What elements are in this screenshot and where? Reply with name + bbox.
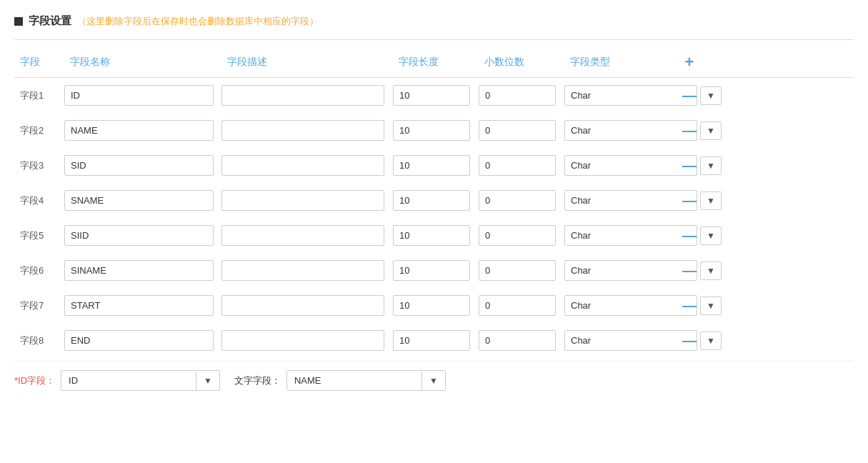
row-length-input-1[interactable] — [393, 85, 470, 106]
remove-row-button-3[interactable]: — — [672, 157, 707, 174]
table-header: 字段 字段名称 字段描述 字段长度 小数位数 字段类型 + — [14, 47, 854, 78]
table-row: 字段8 ▼ — — [14, 323, 854, 358]
remove-row-button-6[interactable]: — — [672, 262, 707, 279]
remove-row-button-5[interactable]: — — [672, 227, 707, 244]
row-decimal-input-2[interactable] — [479, 120, 556, 141]
table-row: 字段4 ▼ — — [14, 183, 854, 218]
row-decimal-cell-3 — [479, 155, 564, 176]
row-label-5: 字段5 — [14, 229, 64, 242]
row-type-cell-5: ▼ — [564, 225, 672, 246]
table-row: 字段5 ▼ — — [14, 218, 854, 253]
col-length: 字段长度 — [393, 56, 479, 69]
row-name-input-4[interactable] — [64, 190, 214, 211]
row-length-input-3[interactable] — [393, 155, 470, 176]
section-title: 字段设置 — [29, 14, 71, 28]
row-desc-cell-3 — [221, 155, 393, 176]
row-desc-cell-1 — [221, 85, 393, 106]
row-length-cell-3 — [393, 155, 479, 176]
row-length-input-8[interactable] — [393, 330, 470, 351]
text-field-label: 文字字段： — [234, 374, 281, 387]
row-decimal-input-3[interactable] — [479, 155, 556, 176]
row-desc-input-1[interactable] — [221, 85, 384, 106]
row-type-cell-8: ▼ — [564, 330, 672, 351]
row-decimal-input-6[interactable] — [479, 260, 556, 281]
row-label-3: 字段3 — [14, 159, 64, 172]
row-desc-input-2[interactable] — [221, 120, 384, 141]
remove-row-button-2[interactable]: — — [672, 122, 707, 139]
row-length-input-7[interactable] — [393, 295, 470, 316]
row-desc-input-4[interactable] — [221, 190, 384, 211]
row-decimal-cell-2 — [479, 120, 564, 141]
text-field-group: 文字字段： ▼ — [234, 370, 446, 391]
row-name-input-6[interactable] — [64, 260, 214, 281]
row-length-cell-2 — [393, 120, 479, 141]
row-decimal-cell-5 — [479, 225, 564, 246]
row-label-2: 字段2 — [14, 124, 64, 137]
remove-row-button-8[interactable]: — — [672, 332, 707, 349]
plus-icon[interactable]: + — [685, 53, 694, 71]
row-desc-cell-8 — [221, 330, 393, 351]
id-field-dropdown-btn[interactable]: ▼ — [196, 372, 219, 390]
id-field-select-wrapper: ▼ — [61, 370, 220, 391]
row-decimal-input-7[interactable] — [479, 295, 556, 316]
row-desc-input-3[interactable] — [221, 155, 384, 176]
row-decimal-input-4[interactable] — [479, 190, 556, 211]
field-settings-table: 字段 字段名称 字段描述 字段长度 小数位数 字段类型 + 字段1 ▼ — — [14, 47, 854, 391]
row-decimal-cell-7 — [479, 295, 564, 316]
table-row: 字段2 ▼ — — [14, 113, 854, 148]
row-length-input-2[interactable] — [393, 120, 470, 141]
row-length-input-6[interactable] — [393, 260, 470, 281]
remove-row-button-4[interactable]: — — [672, 192, 707, 209]
remove-row-button-7[interactable]: — — [672, 297, 707, 314]
row-name-cell-4 — [64, 190, 221, 211]
id-field-input[interactable] — [61, 371, 196, 390]
row-type-cell-4: ▼ — [564, 190, 672, 211]
row-desc-input-6[interactable] — [221, 260, 384, 281]
row-length-cell-4 — [393, 190, 479, 211]
row-type-cell-6: ▼ — [564, 260, 672, 281]
row-desc-input-8[interactable] — [221, 330, 384, 351]
row-decimal-input-8[interactable] — [479, 330, 556, 351]
row-name-cell-8 — [64, 330, 221, 351]
row-decimal-input-1[interactable] — [479, 85, 556, 106]
id-field-group: *ID字段： ▼ — [14, 370, 220, 391]
row-name-input-1[interactable] — [64, 85, 214, 106]
row-length-cell-1 — [393, 85, 479, 106]
row-length-input-4[interactable] — [393, 190, 470, 211]
text-field-dropdown-btn[interactable]: ▼ — [421, 372, 445, 390]
table-row: 字段7 ▼ — — [14, 288, 854, 323]
row-desc-cell-4 — [221, 190, 393, 211]
row-name-input-8[interactable] — [64, 330, 214, 351]
row-name-input-7[interactable] — [64, 295, 214, 316]
table-row: 字段6 ▼ — — [14, 253, 854, 288]
row-length-cell-5 — [393, 225, 479, 246]
row-name-input-2[interactable] — [64, 120, 214, 141]
row-length-input-5[interactable] — [393, 225, 470, 246]
row-type-cell-3: ▼ — [564, 155, 672, 176]
section-icon — [14, 17, 23, 26]
row-decimal-cell-8 — [479, 330, 564, 351]
col-desc: 字段描述 — [221, 56, 393, 69]
id-field-label: *ID字段： — [14, 374, 55, 387]
footer-row: *ID字段： ▼ 文字字段： ▼ — [14, 361, 854, 391]
divider — [14, 39, 854, 40]
row-name-input-5[interactable] — [64, 225, 214, 246]
add-field-button[interactable]: + — [672, 53, 707, 71]
row-decimal-cell-1 — [479, 85, 564, 106]
row-decimal-input-5[interactable] — [479, 225, 556, 246]
row-name-input-3[interactable] — [64, 155, 214, 176]
row-type-cell-7: ▼ — [564, 295, 672, 316]
row-desc-cell-2 — [221, 120, 393, 141]
row-name-cell-6 — [64, 260, 221, 281]
row-label-4: 字段4 — [14, 194, 64, 207]
remove-row-button-1[interactable]: — — [672, 87, 707, 104]
row-type-cell-1: ▼ — [564, 85, 672, 106]
row-desc-input-7[interactable] — [221, 295, 384, 316]
row-decimal-cell-4 — [479, 190, 564, 211]
col-type: 字段类型 — [564, 56, 672, 69]
row-name-cell-3 — [64, 155, 221, 176]
text-field-input[interactable] — [287, 371, 421, 390]
text-field-select-wrapper: ▼ — [286, 370, 446, 391]
col-field: 字段 — [14, 56, 64, 69]
row-desc-input-5[interactable] — [221, 225, 384, 246]
